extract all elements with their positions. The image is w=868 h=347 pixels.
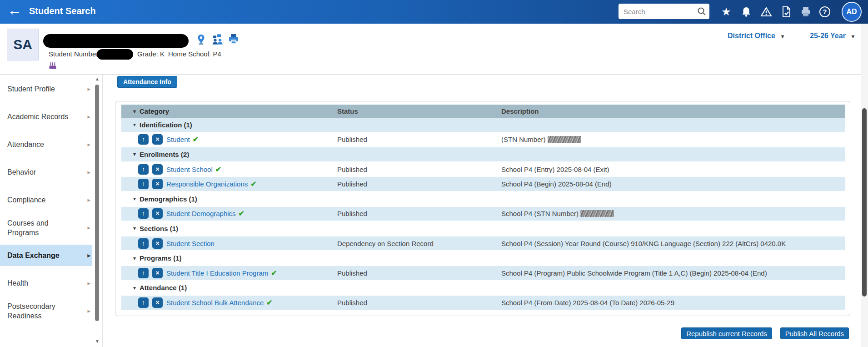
record-row-student-title-i-education-program: ↑ × Student Title I Education Program ✔ … [121, 266, 845, 281]
back-arrow-icon[interactable]: ← [7, 2, 22, 19]
year-context-label: 25-26 Year [810, 32, 846, 40]
collapse-all-caret-icon[interactable]: ▾ [133, 108, 136, 115]
sidebar-item-student-profile[interactable]: Student Profile ▸ [0, 78, 92, 100]
page-title: Student Search [29, 6, 96, 16]
delete-x-icon: × [155, 210, 159, 217]
household-contacts-icon[interactable] [212, 34, 224, 47]
student-avatar[interactable]: SA [7, 29, 39, 60]
sidebar-item-label: Data Exchange [7, 251, 79, 260]
table-header-row: ▾ Category Status Description [121, 105, 845, 118]
search-input[interactable] [619, 4, 695, 19]
notifications-bell-icon[interactable] [740, 5, 753, 18]
published-check-icon: ✔ [250, 180, 256, 188]
delete-record-button[interactable]: × [152, 179, 163, 189]
publish-record-button[interactable]: ↑ [138, 134, 149, 145]
page-scrollbar-thumb[interactable] [862, 108, 867, 297]
record-link[interactable]: Responsible Organizations [166, 180, 248, 188]
group-row-attendance[interactable]: ▾Attendance (1) [121, 281, 845, 296]
user-avatar[interactable]: AD [842, 2, 862, 22]
record-row-student-demographics: ↑ × Student Demographics ✔ Published Sch… [121, 207, 845, 222]
sidebar-item-label: Health [7, 278, 79, 288]
record-link[interactable]: Student Demographics [166, 210, 236, 217]
sidebar-scroll-down-arrow[interactable]: ▼ [95, 339, 100, 344]
record-link[interactable]: Student [166, 136, 190, 143]
group-row-sections[interactable]: ▾Sections (1) [121, 221, 845, 236]
chevron-right-icon: ▸ [87, 169, 90, 176]
alerts-warning-icon[interactable] [760, 5, 773, 18]
delete-record-button[interactable]: × [152, 297, 163, 308]
sidebar-item-postsecondary-readiness[interactable]: Postsecondary Readiness ▸ [0, 300, 92, 322]
collapse-caret-icon[interactable]: ▾ [133, 196, 136, 202]
student-number-label: Student Number [49, 50, 98, 58]
student-header: SA Student Number Grade: K Home School: [0, 24, 868, 75]
chevron-right-icon: ▸ [87, 141, 90, 148]
group-row-enrollments[interactable]: ▾Enrollments (2) [121, 147, 845, 162]
top-navigation-bar: ← Student Search ★ [0, 0, 868, 24]
republish-current-records-button[interactable]: Republish current Records [681, 327, 772, 339]
sidebar-item-label: Student Profile [7, 84, 79, 94]
publish-record-button[interactable]: ↑ [138, 268, 149, 278]
sidebar-scrollbar-thumb[interactable] [95, 85, 99, 321]
search-icon[interactable] [697, 7, 706, 16]
record-link[interactable]: Student Title I Education Program [166, 269, 268, 277]
sidebar-item-label: Compliance [7, 195, 79, 205]
record-row-student-section: ↑ × Student Section Dependency on Sectio… [121, 236, 845, 251]
publish-arrow-icon: ↑ [142, 136, 145, 143]
group-label: Demographics (1) [140, 195, 197, 203]
publish-all-records-button[interactable]: Publish All Records [780, 327, 849, 339]
data-exchange-card: ▾ Category Status Description ▾Identific… [115, 101, 850, 316]
publish-record-button[interactable]: ↑ [138, 179, 149, 189]
favorites-star-icon[interactable]: ★ [720, 5, 733, 18]
record-link[interactable]: Student School Bulk Attendance [166, 299, 264, 307]
birthday-cake-icon [49, 62, 56, 71]
reports-document-icon[interactable] [780, 5, 793, 18]
record-link[interactable]: Student School [166, 166, 213, 173]
collapse-caret-icon[interactable]: ▾ [133, 255, 136, 262]
sidebar-item-academic-records[interactable]: Academic Records ▸ [0, 106, 92, 127]
delete-record-button[interactable]: × [152, 268, 163, 278]
sidebar-item-health[interactable]: Health ▸ [0, 272, 92, 294]
delete-record-button[interactable]: × [152, 238, 163, 249]
publish-record-button[interactable]: ↑ [138, 297, 149, 308]
description-column-header: Description [501, 107, 845, 115]
sidebar-scroll-up-arrow[interactable]: ▲ [95, 76, 100, 81]
publish-record-button[interactable]: ↑ [138, 238, 149, 249]
group-row-demographics[interactable]: ▾Demographics (1) [121, 192, 845, 207]
description-cell: School P4 (STN Number) [501, 210, 845, 217]
record-link[interactable]: Student Section [166, 240, 215, 247]
group-row-programs[interactable]: ▾Programs (1) [121, 251, 845, 266]
address-pin-icon[interactable] [196, 34, 206, 47]
publish-record-button[interactable]: ↑ [138, 164, 149, 175]
delete-record-button[interactable]: × [152, 164, 163, 175]
sidebar-item-behavior[interactable]: Behavior ▸ [0, 161, 92, 183]
attendance-info-tab-button[interactable]: Attendance Info [117, 76, 177, 88]
print-summary-icon[interactable] [228, 34, 239, 46]
sidebar-item-compliance[interactable]: Compliance ▸ [0, 189, 92, 211]
group-row-identification[interactable]: ▾Identification (1) [121, 118, 845, 133]
collapse-caret-icon[interactable]: ▾ [133, 225, 136, 231]
delete-record-button[interactable]: × [152, 134, 163, 145]
chevron-right-icon: ▸ [87, 307, 90, 314]
publish-arrow-icon: ↑ [142, 180, 145, 187]
published-check-icon: ✔ [271, 269, 277, 277]
sidebar-item-courses-and-programs[interactable]: Courses and Programs ▸ [0, 217, 92, 238]
school-context-label: District Office [728, 32, 775, 40]
redacted-value [548, 136, 581, 143]
delete-record-button[interactable]: × [152, 208, 163, 219]
status-cell: Published [337, 180, 501, 188]
collapse-caret-icon[interactable]: ▾ [133, 121, 136, 128]
year-context-dropdown[interactable]: 25-26 Year▾ [810, 32, 858, 40]
group-label: Attendance (1) [140, 284, 187, 292]
collapse-caret-icon[interactable]: ▾ [133, 285, 136, 291]
record-row-student: ↑ × Student ✔ Published (STN Number) [121, 133, 845, 148]
delete-x-icon: × [155, 180, 159, 187]
star-glyph: ★ [721, 6, 731, 18]
help-icon[interactable]: ? [818, 5, 831, 18]
school-context-dropdown[interactable]: District Office▾ [728, 32, 788, 40]
category-column-header[interactable]: ▾ Category [121, 107, 337, 115]
collapse-caret-icon[interactable]: ▾ [133, 151, 136, 157]
publish-record-button[interactable]: ↑ [138, 208, 149, 219]
sidebar-item-attendance[interactable]: Attendance ▸ [0, 134, 92, 155]
print-queue-icon[interactable] [799, 5, 812, 18]
sidebar-item-data-exchange[interactable]: Data Exchange ▸ [0, 245, 92, 266]
